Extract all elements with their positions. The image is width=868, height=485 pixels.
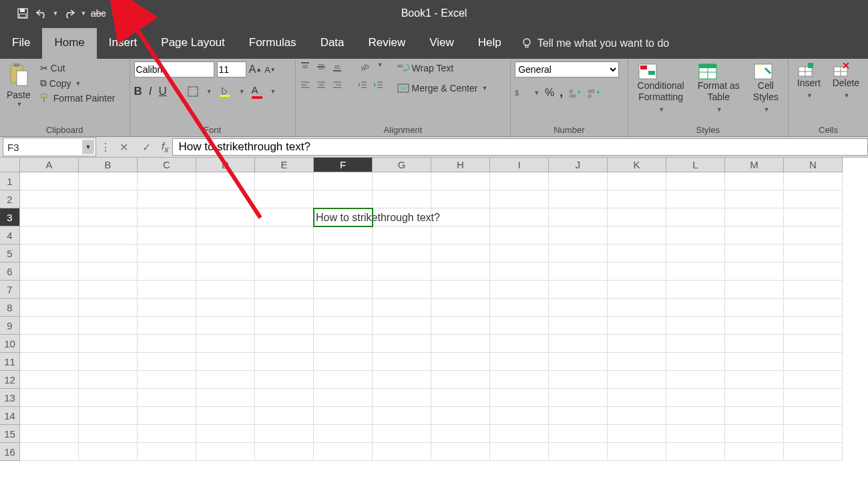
cell-A3[interactable] <box>20 208 79 226</box>
tab-page-layout[interactable]: Page Layout <box>149 28 236 59</box>
cell-H5[interactable] <box>431 245 490 263</box>
cell-N2[interactable] <box>784 190 843 208</box>
cell-K14[interactable] <box>608 407 666 425</box>
fill-color-dropdown-icon[interactable]: ▼ <box>238 88 245 95</box>
cell-J12[interactable] <box>549 371 608 389</box>
cell-A1[interactable] <box>20 172 79 190</box>
cell-I4[interactable] <box>490 226 549 245</box>
format-as-table-button[interactable]: Format as Table▼ <box>695 61 742 115</box>
cell-J14[interactable] <box>549 407 608 425</box>
cell-C13[interactable] <box>138 389 196 407</box>
col-header-H[interactable]: H <box>431 158 490 172</box>
cell-M14[interactable] <box>725 407 784 425</box>
cell-N13[interactable] <box>784 389 843 407</box>
cell-C16[interactable] <box>138 443 196 461</box>
format-painter-button[interactable]: Format Painter <box>37 92 118 105</box>
cell-B14[interactable] <box>79 407 138 425</box>
cell-N11[interactable] <box>784 353 843 371</box>
cell-F12[interactable] <box>314 371 373 389</box>
save-icon[interactable] <box>15 5 31 21</box>
merge-dropdown-icon[interactable]: ▼ <box>480 85 487 92</box>
increase-decimal-icon[interactable]: .0.00 <box>568 88 582 98</box>
cell-C12[interactable] <box>138 371 196 389</box>
cell-F5[interactable] <box>314 245 373 263</box>
cell-B8[interactable] <box>79 299 138 317</box>
cell-N3[interactable] <box>784 208 843 226</box>
borders-dropdown-icon[interactable]: ▼ <box>205 88 212 95</box>
cell-E9[interactable] <box>255 317 314 335</box>
cell-B5[interactable] <box>79 245 138 263</box>
accounting-format-icon[interactable]: $ <box>515 88 527 98</box>
cell-C4[interactable] <box>138 226 196 245</box>
cell-B16[interactable] <box>79 443 138 461</box>
row-header-16[interactable]: 16 <box>0 443 20 461</box>
cell-H6[interactable] <box>431 263 490 281</box>
cell-F4[interactable] <box>314 226 373 245</box>
cell-E12[interactable] <box>255 371 314 389</box>
strikethrough-qat-button[interactable]: abc <box>89 5 107 21</box>
cell-H3[interactable] <box>431 208 490 226</box>
cell-F14[interactable] <box>314 407 373 425</box>
delete-dropdown-icon[interactable]: ▼ <box>842 92 849 99</box>
cell-F9[interactable] <box>314 317 373 335</box>
cell-N16[interactable] <box>784 443 843 461</box>
cell-N15[interactable] <box>784 425 843 443</box>
cell-C5[interactable] <box>138 245 196 263</box>
cell-E3[interactable] <box>255 208 314 226</box>
cell-A8[interactable] <box>20 299 79 317</box>
cell-D14[interactable] <box>196 407 255 425</box>
cell-E13[interactable] <box>255 389 314 407</box>
cell-N8[interactable] <box>784 299 843 317</box>
cell-G15[interactable] <box>373 425 431 443</box>
cell-A14[interactable] <box>20 407 79 425</box>
cell-K5[interactable] <box>608 245 666 263</box>
col-header-E[interactable]: E <box>255 158 314 172</box>
cell-K3[interactable] <box>608 208 666 226</box>
cell-J7[interactable] <box>549 281 608 299</box>
row-header-9[interactable]: 9 <box>0 317 20 335</box>
col-header-D[interactable]: D <box>196 158 255 172</box>
cell-L4[interactable] <box>666 226 725 245</box>
cell-L12[interactable] <box>666 371 725 389</box>
font-size-combo[interactable] <box>217 61 246 77</box>
cell-F2[interactable] <box>314 190 373 208</box>
cell-M12[interactable] <box>725 371 784 389</box>
font-color-button[interactable]: A <box>252 84 262 99</box>
row-header-3[interactable]: 3 <box>0 208 20 226</box>
cell-M4[interactable] <box>725 226 784 245</box>
tell-me-search[interactable]: Tell me what you want to do <box>513 37 677 59</box>
cell-D11[interactable] <box>196 353 255 371</box>
align-center-icon[interactable] <box>316 80 327 91</box>
cell-L16[interactable] <box>666 443 725 461</box>
cell-E6[interactable] <box>255 263 314 281</box>
name-box[interactable]: F3 ▼ <box>3 138 96 156</box>
align-middle-icon[interactable] <box>316 61 327 72</box>
italic-button[interactable]: I <box>149 85 152 98</box>
cell-J16[interactable] <box>549 443 608 461</box>
cell-D9[interactable] <box>196 317 255 335</box>
cell-H8[interactable] <box>431 299 490 317</box>
cell-H12[interactable] <box>431 371 490 389</box>
cell-H10[interactable] <box>431 335 490 353</box>
col-header-F[interactable]: F <box>314 158 373 172</box>
cell-K4[interactable] <box>608 226 666 245</box>
row-header-12[interactable]: 12 <box>0 371 20 389</box>
cell-H7[interactable] <box>431 281 490 299</box>
cell-M10[interactable] <box>725 335 784 353</box>
cell-K7[interactable] <box>608 281 666 299</box>
undo-dropdown-icon[interactable]: ▼ <box>52 10 59 17</box>
cell-L7[interactable] <box>666 281 725 299</box>
decrease-font-icon[interactable]: A▼ <box>264 65 276 75</box>
col-header-C[interactable]: C <box>138 158 196 172</box>
cancel-formula-icon[interactable]: ✕ <box>112 141 135 154</box>
cell-L1[interactable] <box>666 172 725 190</box>
cell-F13[interactable] <box>314 389 373 407</box>
row-header-13[interactable]: 13 <box>0 389 20 407</box>
comma-format-icon[interactable]: , <box>560 86 563 100</box>
cell-D16[interactable] <box>196 443 255 461</box>
cell-B13[interactable] <box>79 389 138 407</box>
cell-L13[interactable] <box>666 389 725 407</box>
cell-D2[interactable] <box>196 190 255 208</box>
cell-A10[interactable] <box>20 335 79 353</box>
cell-L11[interactable] <box>666 353 725 371</box>
